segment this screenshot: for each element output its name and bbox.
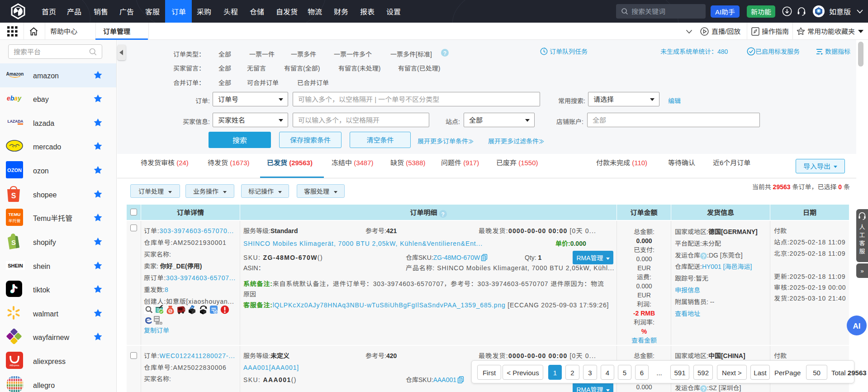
svg-text:S: S (11, 192, 16, 200)
svg-text:OZON: OZON (7, 167, 22, 173)
svg-text:ebay: ebay (7, 95, 22, 102)
svg-text:LAZADA: LAZADA (8, 119, 24, 124)
svg-text:半托管: 半托管 (8, 218, 20, 224)
svg-text:S: S (169, 309, 171, 313)
svg-text:TEMU: TEMU (9, 212, 21, 217)
svg-text:ECCANG: ECCANG (816, 13, 821, 15)
svg-text:Amazon: Amazon (6, 72, 24, 76)
svg-text:S: S (11, 239, 16, 246)
svg-text:SHEIN: SHEIN (8, 263, 23, 268)
svg-text:AliExpress: AliExpress (9, 364, 19, 367)
